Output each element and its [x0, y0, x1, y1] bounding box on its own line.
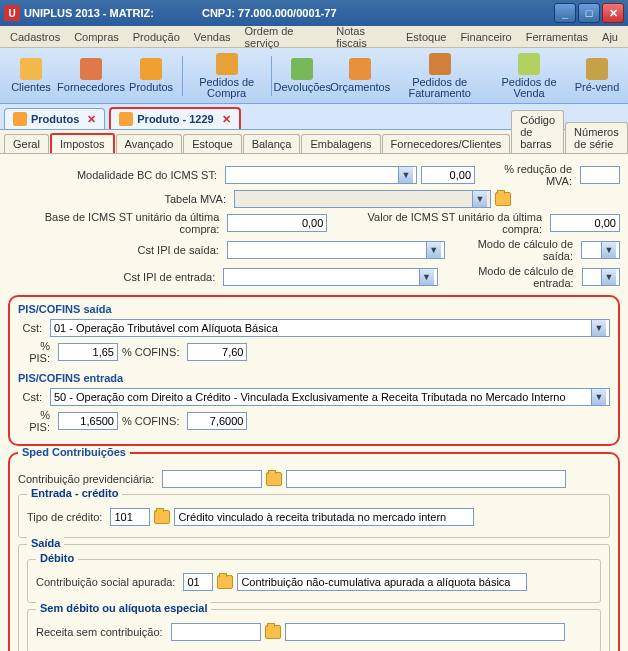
tab-impostos[interactable]: Impostos	[50, 133, 115, 153]
saida-title: Saída	[27, 537, 64, 549]
tabela-mva-label: Tabela MVA:	[8, 193, 230, 205]
close-button[interactable]: ✕	[602, 3, 624, 23]
toolbar-icon	[80, 58, 102, 80]
toolbar-icon	[518, 53, 540, 75]
modalidade-combo[interactable]: ▼	[225, 166, 417, 184]
minimize-button[interactable]: _	[554, 3, 576, 23]
chevron-down-icon: ▼	[591, 389, 606, 405]
pis-saida-pis-input[interactable]	[58, 343, 118, 361]
pis-saida-cofins-input[interactable]	[187, 343, 247, 361]
menu-ordem de serviço[interactable]: Ordem de serviço	[239, 23, 329, 51]
menu-notas fiscais[interactable]: Notas fiscais	[330, 23, 398, 51]
tab-embalagens[interactable]: Embalagens	[301, 134, 380, 153]
close-icon[interactable]: ✕	[87, 113, 96, 126]
toolbar-orçamentos[interactable]: Orçamentos	[331, 50, 389, 102]
chevron-down-icon: ▼	[601, 242, 616, 258]
form-tabs: GeralImpostosAvançadoEstoqueBalançaEmbal…	[0, 130, 628, 154]
pis-entrada-cofins-label: % COFINS:	[122, 415, 183, 427]
receita-input[interactable]	[171, 623, 261, 641]
toolbar-produtos[interactable]: Produtos	[122, 50, 180, 102]
toolbar-label: Produtos	[129, 82, 173, 93]
modo-calc-entrada-label: Modo de cálculo de entrada:	[442, 265, 578, 289]
menu-vendas[interactable]: Vendas	[188, 29, 237, 45]
tabela-mva-combo[interactable]: ▼	[234, 190, 491, 208]
pis-saida-cst-combo[interactable]: 01 - Operação Tributável com Alíquota Bá…	[50, 319, 610, 337]
menu-estoque[interactable]: Estoque	[400, 29, 452, 45]
entrada-credito-group: Entrada - crédito Tipo de crédito:	[18, 494, 610, 538]
folder-icon[interactable]	[217, 575, 233, 589]
chevron-down-icon: ▼	[398, 167, 413, 183]
close-icon[interactable]: ✕	[222, 113, 231, 126]
pis-cofins-group: PIS/COFINS saída Cst: 01 - Operação Trib…	[8, 295, 620, 446]
toolbar-icon	[140, 58, 162, 80]
pis-saida-cst-value: 01 - Operação Tributável com Alíquota Bá…	[54, 322, 278, 334]
toolbar-label: Pedidos de Compra	[191, 77, 263, 99]
chevron-down-icon: ▼	[472, 191, 487, 207]
base-ult-compra-input[interactable]	[227, 214, 327, 232]
toolbar-icon	[586, 58, 608, 80]
saida-group: Saída Débito Contribuição social apurada…	[18, 544, 610, 651]
window-title-right: CNPJ: 77.000.000/0001-77	[202, 7, 337, 19]
pis-entrada-pis-input[interactable]	[58, 412, 118, 430]
tab-estoque[interactable]: Estoque	[183, 134, 241, 153]
tab-n-meros-de-s-rie[interactable]: Números de série	[565, 122, 628, 153]
doctab-label: Produto - 1229	[137, 113, 213, 125]
toolbar-pedidos-de-venda[interactable]: Pedidos de Venda	[490, 50, 568, 102]
pis-entrada-cst-combo[interactable]: 50 - Operação com Direito a Crédito - Vi…	[50, 388, 610, 406]
reducao-mva-extra[interactable]	[580, 166, 620, 184]
contrib-social-input[interactable]	[183, 573, 213, 591]
cst-ipi-entrada-label: Cst IPI de entrada:	[8, 271, 219, 283]
receita-label: Receita sem contribuição:	[36, 626, 167, 638]
menu-financeiro[interactable]: Financeiro	[454, 29, 517, 45]
chevron-down-icon: ▼	[601, 269, 616, 285]
entrada-credito-title: Entrada - crédito	[27, 487, 122, 499]
toolbar-separator	[182, 56, 183, 96]
menu-cadastros[interactable]: Cadastros	[4, 29, 66, 45]
toolbar-clientes[interactable]: Clientes	[2, 50, 60, 102]
cst-ipi-saida-combo[interactable]: ▼	[227, 241, 445, 259]
contrib-prev-desc[interactable]	[286, 470, 566, 488]
toolbar-label: Pré-vend	[575, 82, 620, 93]
debito-title: Débito	[36, 552, 78, 564]
valor-ult-compra-input[interactable]	[550, 214, 620, 232]
sem-debito-title: Sem débito ou alíquota especial	[36, 602, 211, 614]
cst-ipi-saida-label: Cst IPI de saída:	[8, 244, 223, 256]
folder-icon[interactable]	[266, 472, 282, 486]
contrib-prev-input[interactable]	[162, 470, 262, 488]
menu-ferramentas[interactable]: Ferramentas	[520, 29, 594, 45]
reducao-mva-input[interactable]	[421, 166, 475, 184]
sped-group: Sped Contribuições Contribuição previden…	[8, 452, 620, 651]
debito-group: Débito Contribuição social apurada:	[27, 559, 601, 603]
reducao-mva-label: % redução de MVA:	[479, 163, 576, 187]
cst-ipi-entrada-combo[interactable]: ▼	[223, 268, 437, 286]
tab-geral[interactable]: Geral	[4, 134, 49, 153]
toolbar-pré-vend[interactable]: Pré-vend	[568, 50, 626, 102]
toolbar-label: Pedidos de Venda	[496, 77, 562, 99]
pis-entrada-cofins-input[interactable]	[187, 412, 247, 430]
doctab-produtos[interactable]: Produtos✕	[4, 108, 105, 129]
tab-avan-ado[interactable]: Avançado	[116, 134, 183, 153]
folder-icon[interactable]	[154, 510, 170, 524]
folder-icon[interactable]	[495, 192, 511, 206]
toolbar-label: Orçamentos	[330, 82, 390, 93]
contrib-social-label: Contribuição social apurada:	[36, 576, 179, 588]
document-icon	[13, 112, 27, 126]
toolbar-pedidos-de-faturamento[interactable]: Pedidos de Faturamento	[389, 50, 490, 102]
tipo-credito-input[interactable]	[110, 508, 150, 526]
tab-c-digo-de-barras[interactable]: Código de barras	[511, 110, 564, 153]
doctab-produto-1229[interactable]: Produto - 1229✕	[109, 107, 240, 129]
toolbar-fornecedores[interactable]: Fornecedores	[60, 50, 122, 102]
modo-calc-entrada-combo[interactable]: ▼	[582, 268, 620, 286]
menu-produção[interactable]: Produção	[127, 29, 186, 45]
receita-desc[interactable]	[285, 623, 565, 641]
modo-calc-saida-combo[interactable]: ▼	[581, 241, 620, 259]
maximize-button[interactable]: □	[578, 3, 600, 23]
folder-icon[interactable]	[265, 625, 281, 639]
menu-compras[interactable]: Compras	[68, 29, 125, 45]
tab-balan-a[interactable]: Balança	[243, 134, 301, 153]
modo-calc-saida-label: Modo de cálculo de saída:	[449, 238, 577, 262]
tab-fornecedores-clientes[interactable]: Fornecedores/Clientes	[382, 134, 511, 153]
toolbar-pedidos-de-compra[interactable]: Pedidos de Compra	[185, 50, 269, 102]
toolbar-devoluções[interactable]: Devoluções	[273, 50, 331, 102]
menu-aju[interactable]: Aju	[596, 29, 624, 45]
